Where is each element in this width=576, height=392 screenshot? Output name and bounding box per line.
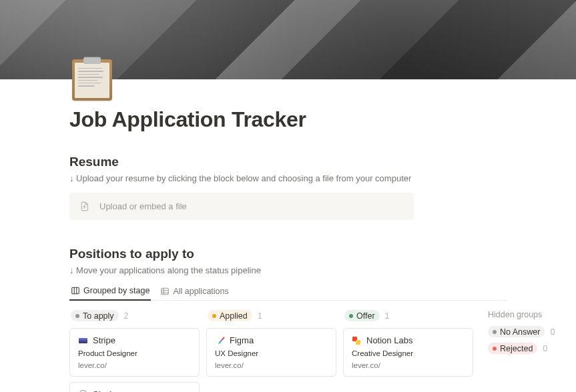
card-company: Stripe bbox=[93, 335, 115, 345]
file-upload-icon bbox=[79, 201, 90, 212]
kanban-board: To apply 2 Stripe Product Designer lever… bbox=[69, 310, 507, 392]
stage-pill-rejected: Rejected bbox=[488, 343, 537, 354]
view-tabs: Grouped by stage All applications bbox=[69, 283, 507, 301]
column-to-apply: To apply 2 Stripe Product Designer lever… bbox=[69, 310, 200, 392]
status-dot bbox=[349, 314, 353, 318]
status-dot bbox=[75, 314, 79, 318]
stage-pill-to-apply[interactable]: To apply bbox=[71, 310, 119, 321]
card-company: Slack bbox=[93, 389, 114, 392]
table-icon bbox=[160, 287, 170, 296]
stage-pill-no-answer: No Answer bbox=[488, 326, 545, 337]
card-company: Notion Labs bbox=[366, 335, 412, 345]
stage-label: Offer bbox=[356, 311, 375, 321]
tab-all-applications[interactable]: All applications bbox=[159, 283, 230, 300]
company-logo-slack bbox=[78, 390, 87, 393]
column-offer: Offer 1 Notion Labs Creative Designer le… bbox=[343, 310, 473, 382]
stage-count: 0 bbox=[543, 344, 547, 353]
tab-grouped-label: Grouped by stage bbox=[83, 286, 150, 295]
stage-label: Rejected bbox=[500, 344, 533, 353]
stage-count: 2 bbox=[124, 311, 129, 321]
stage-count: 0 bbox=[550, 327, 555, 337]
card-link: lever.co/ bbox=[215, 361, 328, 369]
stage-label: No Answer bbox=[500, 327, 540, 337]
page-title[interactable]: Job Application Tracker bbox=[69, 79, 507, 132]
board-icon bbox=[71, 286, 80, 295]
company-logo-notion bbox=[352, 336, 361, 345]
stage-label: Applied bbox=[220, 311, 248, 321]
hidden-group-no-answer[interactable]: No Answer 0 bbox=[488, 326, 573, 337]
hidden-group-rejected[interactable]: Rejected 0 bbox=[488, 343, 573, 354]
page-icon-clipboard[interactable] bbox=[72, 59, 112, 101]
stage-label: To apply bbox=[83, 311, 114, 321]
positions-helper-text: ↓ Move your applications along the statu… bbox=[69, 265, 507, 275]
company-logo-stripe bbox=[78, 336, 87, 345]
status-dot bbox=[493, 330, 497, 334]
resume-heading: Resume bbox=[69, 155, 507, 169]
stage-pill-offer[interactable]: Offer bbox=[344, 310, 380, 321]
stage-count: 1 bbox=[385, 311, 390, 321]
card-role: Product Designer bbox=[78, 349, 191, 357]
company-logo-figma bbox=[215, 336, 224, 345]
stage-pill-applied[interactable]: Applied bbox=[208, 310, 252, 321]
resume-helper-text: ↓ Upload your resume by clicking the blo… bbox=[69, 173, 507, 183]
hidden-groups-title: Hidden groups bbox=[488, 310, 573, 319]
upload-file-button[interactable]: Upload or embed a file bbox=[69, 193, 414, 220]
card-slack[interactable]: Slack Product Designer bbox=[69, 382, 200, 392]
hidden-groups: Hidden groups No Answer 0 Rejected 0 bbox=[480, 310, 573, 359]
status-dot bbox=[212, 314, 216, 318]
status-dot bbox=[493, 347, 497, 351]
card-notion-labs[interactable]: Notion Labs Creative Designer lever.co/ bbox=[343, 328, 473, 377]
card-role: Creative Designer bbox=[352, 349, 465, 357]
card-link: lever.co/ bbox=[78, 361, 191, 369]
card-company: Figma bbox=[230, 335, 254, 345]
svg-rect-1 bbox=[162, 288, 169, 294]
card-role: UX Designer bbox=[215, 349, 328, 357]
positions-heading: Positions to apply to bbox=[69, 247, 507, 261]
tab-grouped-by-stage[interactable]: Grouped by stage bbox=[69, 283, 151, 301]
stage-count: 1 bbox=[258, 311, 262, 321]
column-applied: Applied 1 Figma UX Designer lever.co/ bbox=[206, 310, 336, 382]
upload-file-label: Upload or embed a file bbox=[99, 201, 187, 211]
svg-rect-0 bbox=[72, 287, 79, 293]
card-figma[interactable]: Figma UX Designer lever.co/ bbox=[206, 328, 336, 377]
tab-all-label: All applications bbox=[173, 287, 228, 296]
card-stripe[interactable]: Stripe Product Designer lever.co/ bbox=[69, 328, 200, 377]
card-link: lever.co/ bbox=[352, 361, 465, 369]
